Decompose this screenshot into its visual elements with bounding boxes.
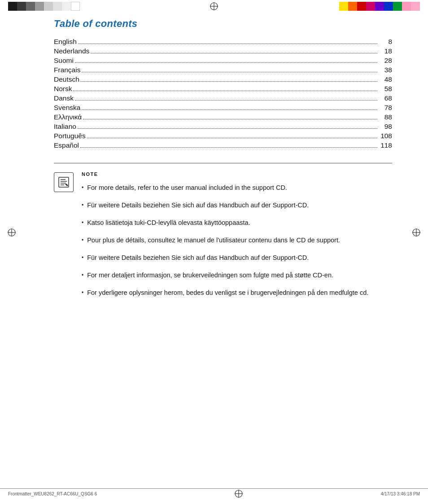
toc-dots (78, 128, 377, 129)
toc-list: English 8 Nederlands 18 Suomi 28 Françai… (54, 38, 392, 149)
swatch (339, 2, 348, 11)
toc-entry-svenska: Svenska 78 (54, 104, 392, 112)
toc-page: 38 (379, 66, 392, 74)
bullet-icon: • (82, 236, 83, 244)
bullet-icon: • (82, 201, 83, 209)
note-item-1: • Für weitere Details beziehen Sie sich … (82, 201, 392, 210)
toc-lang: Nederlands (54, 47, 89, 55)
note-item-text: For more details, refer to the user manu… (87, 183, 287, 193)
toc-lang: Português (54, 132, 86, 140)
swatch (366, 2, 375, 11)
bullet-icon: • (82, 253, 83, 262)
toc-dots (91, 53, 377, 53)
toc-dots (83, 119, 377, 119)
toc-lang: Suomi (54, 57, 74, 65)
section-divider (54, 163, 392, 163)
toc-dots (75, 62, 377, 63)
note-icon (54, 172, 74, 192)
toc-entry-espanol: Español 118 (54, 141, 392, 149)
toc-entry-norsk: Norsk 58 (54, 85, 392, 93)
toc-page: 88 (379, 113, 392, 121)
toc-lang: Italiano (54, 123, 76, 131)
toc-dots (78, 44, 377, 44)
toc-dots (73, 91, 377, 91)
color-bar-right (339, 2, 420, 11)
swatch (35, 2, 44, 11)
toc-dots (80, 147, 377, 148)
toc-entry-francais: Français 38 (54, 66, 392, 74)
toc-page: 68 (379, 94, 392, 102)
footer: Frontmatter_WEU8262_RT-AC66U_QSG6 6 4/17… (0, 488, 428, 499)
swatch (26, 2, 35, 11)
note-item-text: For yderligere oplysninger herom, bedes … (87, 288, 368, 298)
bullet-icon: • (82, 218, 83, 227)
swatch (348, 2, 357, 11)
swatch (375, 2, 384, 11)
left-crosshair (7, 228, 17, 239)
toc-lang: English (54, 38, 77, 46)
footer-right: 4/17/13 3:46:18 PM (381, 491, 420, 496)
note-item-2: • Katso lisätietoja tuki-CD-levyllä olev… (82, 218, 392, 228)
right-crosshair (411, 228, 421, 239)
swatch (411, 2, 420, 11)
bullet-icon: • (82, 183, 83, 192)
toc-page: 18 (379, 47, 392, 55)
toc-lang: Français (54, 66, 80, 74)
bottom-crosshair (234, 489, 244, 499)
note-label: NOTE (82, 171, 392, 177)
swatch (44, 2, 53, 11)
toc-dots (87, 138, 377, 138)
toc-entry-dansk: Dansk 68 (54, 94, 392, 102)
toc-entry-deutsch: Deutsch 48 (54, 75, 392, 83)
note-item-5: • For mer detaljert informasjon, se bruk… (82, 271, 392, 280)
toc-page: 108 (379, 132, 392, 140)
toc-page: 8 (379, 38, 392, 46)
print-marks-top (0, 0, 428, 13)
note-item-text: Für weitere Details beziehen Sie sich au… (87, 253, 309, 263)
note-section: NOTE • For more details, refer to the us… (54, 171, 392, 306)
toc-dots (81, 81, 377, 82)
toc-entry-english: English 8 (54, 38, 392, 46)
toc-title: Table of contents (54, 18, 392, 30)
toc-entry-portugues: Português 108 (54, 132, 392, 140)
toc-entry-nederlands: Nederlands 18 (54, 47, 392, 55)
toc-lang: Ελληνικά (54, 113, 82, 121)
main-content: Table of contents English 8 Nederlands 1… (54, 18, 392, 477)
toc-lang: Norsk (54, 85, 72, 93)
toc-entry-greek: Ελληνικά 88 (54, 113, 392, 121)
note-item-text: Katso lisätietoja tuki-CD-levyllä olevas… (87, 218, 250, 228)
note-body: NOTE • For more details, refer to the us… (82, 171, 392, 306)
toc-lang: Dansk (54, 94, 74, 102)
toc-entry-suomi: Suomi 28 (54, 57, 392, 65)
toc-dots (75, 100, 377, 101)
bullet-icon: • (82, 271, 83, 279)
toc-page: 28 (379, 57, 392, 65)
toc-lang: Svenska (54, 104, 80, 112)
note-item-text: Pour plus de détails, consultez le manue… (87, 236, 340, 245)
center-crosshair-top (209, 1, 219, 12)
toc-page: 118 (379, 141, 392, 149)
swatch (357, 2, 366, 11)
note-item-text: Für weitere Details beziehen Sie sich au… (87, 201, 309, 210)
note-item-text: For mer detaljert informasjon, se bruker… (87, 271, 333, 280)
footer-left: Frontmatter_WEU8262_RT-AC66U_QSG6 6 (8, 491, 97, 496)
toc-lang: Deutsch (54, 75, 79, 83)
swatch (393, 2, 402, 11)
swatch (384, 2, 393, 11)
note-item-3: • Pour plus de détails, consultez le man… (82, 236, 392, 245)
swatch (71, 2, 80, 11)
swatch (62, 2, 71, 11)
toc-lang: Español (54, 141, 79, 149)
note-item-6: • For yderligere oplysninger herom, bede… (82, 288, 392, 298)
toc-entry-italiano: Italiano 98 (54, 123, 392, 131)
toc-page: 98 (379, 123, 392, 131)
bullet-icon: • (82, 288, 83, 297)
swatch (53, 2, 62, 11)
swatch (17, 2, 26, 11)
toc-dots (82, 110, 377, 110)
note-item-4: • Für weitere Details beziehen Sie sich … (82, 253, 392, 263)
swatch (8, 2, 17, 11)
toc-dots (82, 72, 377, 72)
note-item-0: • For more details, refer to the user ma… (82, 183, 392, 193)
toc-page: 78 (379, 104, 392, 112)
